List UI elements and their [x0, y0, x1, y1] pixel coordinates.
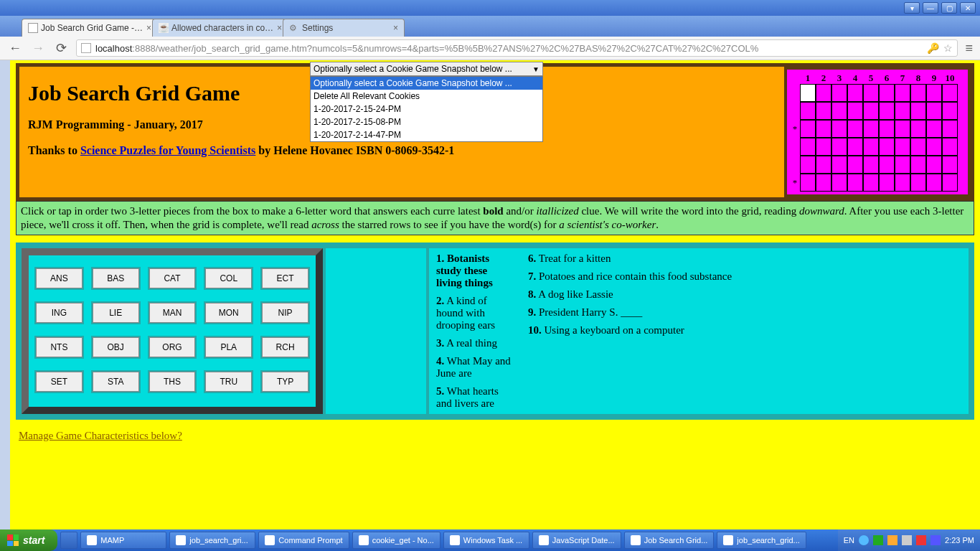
piece-button-ect[interactable]: ECT	[262, 268, 308, 288]
piece-button-bas[interactable]: BAS	[93, 268, 139, 288]
piece-button-rch[interactable]: RCH	[262, 337, 308, 357]
piece-button-col[interactable]: COL	[205, 268, 252, 288]
minimize-button[interactable]: —	[923, 2, 938, 14]
grid-cell[interactable]	[800, 102, 816, 120]
taskbar-item[interactable]: MAMP	[80, 532, 166, 549]
grid-cell[interactable]	[879, 138, 895, 156]
grid-cell[interactable]	[895, 156, 910, 174]
close-tab-icon[interactable]: ×	[277, 23, 282, 33]
grid-cell[interactable]	[942, 102, 958, 120]
piece-button-set[interactable]: SET	[36, 372, 83, 392]
grid-cell[interactable]	[926, 102, 942, 120]
taskbar-item[interactable]: cookie_get - No...	[352, 532, 440, 549]
piece-button-nip[interactable]: NIP	[262, 303, 308, 323]
taskbar-clock[interactable]: 2:23 PM	[945, 536, 974, 545]
tab-settings[interactable]: ⚙ Settings ×	[283, 19, 405, 37]
piece-button-ans[interactable]: ANS	[36, 268, 83, 288]
grid-cell[interactable]	[942, 120, 958, 138]
piece-button-lie[interactable]: LIE	[93, 303, 139, 323]
grid-cell[interactable]	[895, 84, 910, 102]
grid-cell[interactable]	[910, 156, 926, 174]
grid-cell[interactable]	[926, 120, 942, 138]
piece-button-obj[interactable]: OBJ	[93, 337, 139, 357]
tray-icon[interactable]	[859, 535, 869, 545]
snapshot-option[interactable]: Optionally select a Cookie Game Snapshot…	[311, 77, 542, 90]
taskbar-item[interactable]: job_search_grid...	[717, 532, 806, 549]
snapshot-option[interactable]: 1-20-2017-2-14-47-PM	[311, 128, 542, 141]
snapshot-option[interactable]: 1-20-2017-2-15-24-PM	[311, 103, 542, 116]
tray-icon[interactable]	[887, 535, 897, 545]
grid-cell[interactable]	[831, 102, 847, 120]
grid-cell[interactable]	[895, 102, 910, 120]
close-window-button[interactable]: ✕	[960, 2, 976, 14]
grid-cell[interactable]	[926, 156, 942, 174]
grid-cell[interactable]	[895, 174, 910, 192]
grid-cell[interactable]	[879, 174, 895, 192]
taskbar-item[interactable]: Windows Task ...	[443, 532, 529, 549]
grid-cell[interactable]	[831, 84, 847, 102]
key-icon[interactable]: 🔑	[927, 42, 939, 54]
piece-button-man[interactable]: MAN	[149, 303, 196, 323]
grid-cell[interactable]	[816, 102, 831, 120]
tab-job-search[interactable]: Job Search Grid Game - RJM ×	[22, 19, 158, 37]
bookmark-icon[interactable]: ☆	[943, 42, 953, 54]
grid-cell[interactable]	[926, 138, 942, 156]
grid-cell[interactable]	[910, 84, 926, 102]
taskbar-item[interactable]: JavaScript Date...	[532, 532, 621, 549]
close-tab-icon[interactable]: ×	[393, 23, 398, 33]
grid-cell[interactable]	[800, 84, 816, 102]
grid-cell[interactable]	[816, 156, 831, 174]
taskbar-item[interactable]: job_search_gri...	[169, 532, 255, 549]
piece-button-nts[interactable]: NTS	[36, 337, 83, 357]
grid-cell[interactable]	[926, 84, 942, 102]
grid-cell[interactable]	[879, 120, 895, 138]
grid-cell[interactable]	[879, 156, 895, 174]
grid-cell[interactable]	[942, 138, 958, 156]
maximize-button[interactable]: ▢	[941, 2, 957, 14]
piece-button-org[interactable]: ORG	[149, 337, 196, 357]
grid-cell[interactable]	[863, 120, 879, 138]
piece-button-typ[interactable]: TYP	[262, 372, 308, 392]
volume-icon[interactable]	[902, 535, 912, 545]
tray-icon[interactable]	[916, 535, 926, 545]
grid-cell[interactable]	[895, 120, 910, 138]
grid-cell[interactable]	[831, 156, 847, 174]
lang-indicator[interactable]: EN	[844, 536, 854, 545]
grid-cell[interactable]	[831, 138, 847, 156]
grid-cell[interactable]	[942, 84, 958, 102]
grid-cell[interactable]	[831, 120, 847, 138]
hamburger-menu-icon[interactable]: ≡	[965, 41, 973, 56]
tray-icon[interactable]	[873, 535, 883, 545]
thanks-link[interactable]: Science Puzzles for Young Scientists	[80, 144, 255, 156]
tray-icon[interactable]	[930, 535, 941, 545]
grid-cell[interactable]	[800, 174, 816, 192]
grid-cell[interactable]	[863, 102, 879, 120]
grid-cell[interactable]	[910, 138, 926, 156]
grid-cell[interactable]	[879, 84, 895, 102]
piece-button-ing[interactable]: ING	[36, 303, 83, 323]
grid-cell[interactable]	[847, 156, 863, 174]
grid-cell[interactable]	[800, 156, 816, 174]
grid-cell[interactable]	[926, 174, 942, 192]
grid-cell[interactable]	[816, 84, 831, 102]
grid-cell[interactable]	[910, 120, 926, 138]
grid-cell[interactable]	[910, 102, 926, 120]
close-tab-icon[interactable]: ×	[146, 23, 151, 33]
piece-button-pla[interactable]: PLA	[205, 337, 252, 357]
grid-cell[interactable]	[942, 174, 958, 192]
grid-cell[interactable]	[816, 120, 831, 138]
piece-button-ths[interactable]: THS	[149, 372, 196, 392]
grid-cell[interactable]	[847, 174, 863, 192]
snapshot-option[interactable]: Delete All Relevant Cookies	[311, 90, 542, 103]
user-button[interactable]: ▾	[904, 2, 920, 14]
grid-cell[interactable]	[816, 138, 831, 156]
grid-cell[interactable]	[847, 84, 863, 102]
grid-cell[interactable]	[942, 156, 958, 174]
piece-button-tru[interactable]: TRU	[205, 372, 252, 392]
forward-button[interactable]: →	[30, 40, 46, 56]
grid-cell[interactable]	[831, 174, 847, 192]
grid-cell[interactable]	[910, 174, 926, 192]
snapshot-option[interactable]: 1-20-2017-2-15-08-PM	[311, 116, 542, 128]
grid-cell[interactable]	[816, 174, 831, 192]
taskbar-item[interactable]: Command Prompt	[258, 532, 349, 549]
